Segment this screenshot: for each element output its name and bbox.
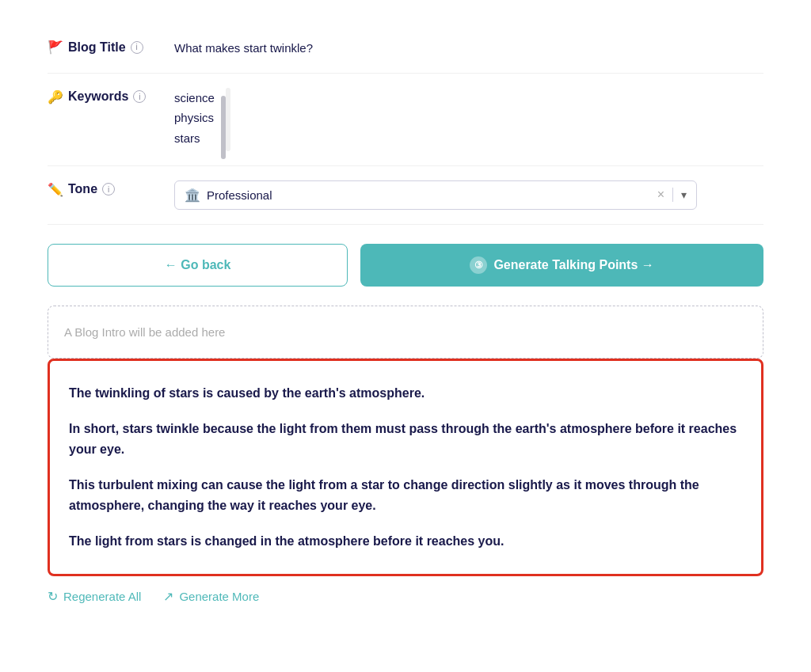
- keywords-row: 🔑 Keywords i science physics stars: [48, 74, 763, 166]
- regenerate-all-button[interactable]: ↻ Regenerate All: [48, 589, 141, 604]
- pencil-icon: ✏️: [48, 182, 63, 197]
- key-icon: 🔑: [48, 89, 63, 104]
- tone-select-dropdown[interactable]: 🏛️ Professional × ▾: [174, 180, 697, 210]
- scrollbar-thumb[interactable]: [221, 96, 226, 159]
- regenerate-icon: ↻: [48, 589, 58, 604]
- regenerate-all-label: Regenerate All: [63, 590, 141, 603]
- generate-more-icon: ↗: [163, 589, 173, 604]
- step-badge: ③: [470, 256, 487, 274]
- blog-title-value: What makes start twinkle?: [174, 38, 763, 59]
- bottom-actions: ↻ Regenerate All ↗ Generate More: [48, 589, 763, 604]
- tone-clear-icon[interactable]: ×: [657, 188, 664, 202]
- generate-label: Generate Talking Points →: [493, 258, 653, 272]
- tone-emoji: 🏛️: [185, 188, 200, 203]
- button-row: ← Go back ③ Generate Talking Points →: [48, 244, 763, 287]
- form-section: 🚩 Blog Title i What makes start twinkle?…: [48, 24, 763, 225]
- keyword-science: science: [174, 88, 215, 108]
- scrollbar-track: [226, 88, 230, 151]
- tone-divider: [672, 188, 673, 202]
- tone-text: Professional: [207, 188, 272, 202]
- go-back-label: ← Go back: [165, 258, 231, 272]
- talking-point-3: This turbulent mixing can cause the ligh…: [69, 475, 742, 515]
- tone-info-icon[interactable]: i: [102, 183, 115, 196]
- tone-label: ✏️ Tone i: [48, 180, 174, 197]
- tone-selected-value: 🏛️ Professional: [185, 188, 272, 203]
- keywords-info-icon[interactable]: i: [133, 90, 146, 103]
- blog-title-row: 🚩 Blog Title i What makes start twinkle?: [48, 24, 763, 74]
- blog-title-label: 🚩 Blog Title i: [48, 38, 174, 55]
- scrollbar[interactable]: [221, 88, 230, 151]
- keywords-value: science physics stars: [174, 88, 215, 149]
- keyword-physics: physics: [174, 108, 215, 128]
- keywords-wrapper: science physics stars: [174, 88, 215, 149]
- generate-more-label: Generate More: [179, 590, 259, 603]
- blog-intro-placeholder: A Blog Intro will be added here: [48, 306, 763, 359]
- go-back-button[interactable]: ← Go back: [48, 244, 348, 287]
- talking-point-1: The twinkling of stars is caused by the …: [69, 383, 742, 404]
- generate-more-button[interactable]: ↗ Generate More: [163, 589, 259, 604]
- keyword-stars: stars: [174, 128, 215, 149]
- blog-title-info-icon[interactable]: i: [131, 41, 143, 54]
- talking-point-2: In short, stars twinkle because the ligh…: [69, 419, 742, 459]
- flag-icon: 🚩: [48, 40, 63, 55]
- tone-row: ✏️ Tone i 🏛️ Professional × ▾: [48, 166, 763, 225]
- talking-point-4: The light from stars is changed in the a…: [69, 531, 742, 552]
- tone-select-controls: × ▾: [657, 188, 687, 202]
- talking-points-box: The twinkling of stars is caused by the …: [48, 359, 763, 577]
- chevron-down-icon[interactable]: ▾: [681, 188, 687, 201]
- generate-button[interactable]: ③ Generate Talking Points →: [360, 244, 763, 287]
- keywords-label: 🔑 Keywords i: [48, 88, 174, 104]
